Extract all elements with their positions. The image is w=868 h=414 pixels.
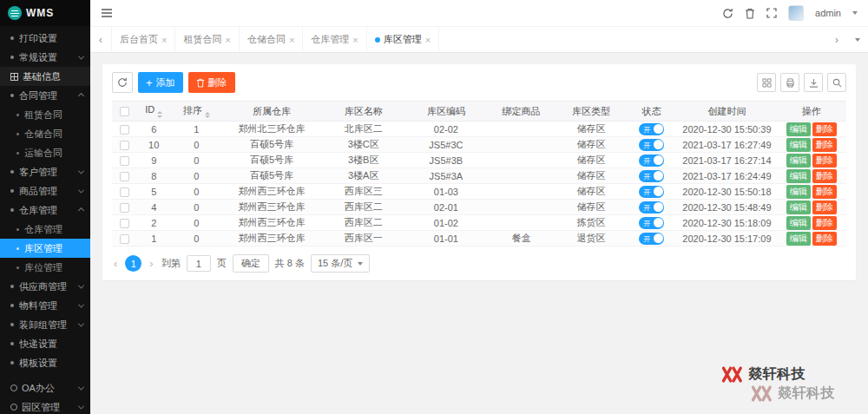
filter-columns-button[interactable] — [757, 73, 776, 92]
sidebar-item-loading-group-mgmt[interactable]: 装卸组管理 — [0, 315, 90, 334]
sidebar-item-template-settings[interactable]: 模板设置 — [0, 353, 90, 372]
tab-lease-contract[interactable]: 租赁合同× — [174, 27, 238, 52]
avatar[interactable] — [788, 5, 804, 21]
print-button[interactable] — [780, 73, 799, 92]
sidebar-item-general-settings[interactable]: 常规设置 — [0, 48, 90, 67]
sidebar-item-product-mgmt[interactable]: 商品管理 — [0, 181, 90, 200]
sidebar-item-oa-office[interactable]: OA办公 — [0, 378, 90, 398]
goto-page-input[interactable] — [187, 255, 211, 272]
cell-created-text: 2020-12-30 15:48:49 — [682, 202, 771, 213]
status-toggle[interactable]: 开 — [639, 201, 664, 214]
sort-asc-icon — [157, 111, 162, 114]
tabs-scroll-right-button[interactable]: › — [826, 27, 847, 52]
tab-close-icon[interactable]: × — [425, 35, 431, 45]
edit-button[interactable]: 编辑 — [786, 200, 811, 214]
row-checkbox[interactable] — [120, 156, 129, 166]
sidebar-item-warehouse-mgmt[interactable]: 仓库管理 — [0, 200, 90, 220]
sidebar-item-warehouse-area-mgmt[interactable]: 库区管理 — [0, 239, 90, 258]
tab-close-icon[interactable]: × — [289, 35, 294, 45]
tabs-scroll-left-button[interactable]: ‹ — [90, 27, 111, 52]
edit-button[interactable]: 编辑 — [786, 169, 811, 183]
export-button[interactable] — [804, 73, 823, 92]
status-toggle[interactable]: 开 — [639, 139, 664, 151]
row-checkbox[interactable] — [120, 219, 129, 228]
status-toggle[interactable]: 开 — [639, 186, 664, 198]
active-tab-dot — [375, 37, 380, 43]
supplier-mgmt-icon — [10, 285, 14, 288]
add-button[interactable]: + 添加 — [138, 72, 183, 93]
row-delete-button[interactable]: 删除 — [812, 138, 837, 152]
row-checkbox[interactable] — [120, 172, 129, 181]
row-select-cell — [112, 153, 137, 168]
fullscreen-icon[interactable] — [766, 8, 777, 18]
table-refresh-button[interactable] — [112, 72, 133, 93]
column-header-sort[interactable]: 排序 — [171, 102, 222, 122]
sidebar-item-print-settings[interactable]: 打印设置 — [0, 29, 90, 48]
row-delete-button[interactable]: 删除 — [812, 169, 837, 183]
status-toggle[interactable]: 开 — [639, 123, 664, 135]
sidebar-item-customer-mgmt[interactable]: 客户管理 — [0, 162, 90, 181]
edit-button[interactable]: 编辑 — [786, 216, 811, 230]
status-toggle[interactable]: 开 — [639, 154, 664, 167]
next-page-button[interactable]: › — [148, 257, 155, 270]
sidebar-item-storage-contract[interactable]: 仓储合同 — [0, 124, 90, 143]
current-page[interactable]: 1 — [125, 255, 141, 272]
status-toggle[interactable]: 开 — [639, 233, 664, 245]
page-size-select[interactable]: 15 条/页 — [311, 254, 370, 273]
tab-warehouse-area-mgmt[interactable]: 库区管理× — [366, 27, 439, 52]
status-toggle[interactable]: 开 — [639, 217, 664, 229]
row-delete-button[interactable]: 删除 — [812, 232, 837, 246]
sidebar-item-basic-info[interactable]: 基础信息 — [0, 67, 90, 86]
sidebar-item-supplier-mgmt[interactable]: 供应商管理 — [0, 277, 90, 296]
refresh-icon[interactable] — [722, 8, 733, 19]
sort-icon[interactable] — [157, 111, 162, 118]
edit-button[interactable]: 编辑 — [786, 154, 811, 168]
goto-confirm-button[interactable]: 确定 — [233, 254, 269, 273]
sidebar-item-warehouse-mgmt-sub[interactable]: 仓库管理 — [0, 220, 90, 239]
row-checkbox[interactable] — [120, 203, 129, 213]
delete-button[interactable]: 删除 — [188, 72, 235, 93]
sidebar-item-lease-contract[interactable]: 租赁合同 — [0, 105, 90, 124]
express-settings-icon — [10, 342, 14, 345]
edit-button[interactable]: 编辑 — [786, 138, 811, 152]
status-toggle[interactable]: 开 — [639, 170, 664, 182]
row-delete-button[interactable]: 删除 — [812, 200, 837, 214]
sidebar-item-label: 装卸组管理 — [19, 319, 67, 332]
tab-home[interactable]: 后台首页× — [111, 27, 174, 52]
edit-button[interactable]: 编辑 — [786, 185, 811, 199]
select-all-header — [112, 102, 137, 122]
tab-storage-contract[interactable]: 仓储合同× — [239, 27, 302, 52]
edit-button[interactable]: 编辑 — [786, 122, 811, 136]
sort-icon[interactable] — [205, 112, 210, 119]
tab-close-icon[interactable]: × — [352, 35, 358, 45]
cell-created-text: 2020-12-30 15:17:09 — [682, 233, 771, 244]
row-checkbox[interactable] — [120, 125, 129, 135]
sidebar-item-location-mgmt[interactable]: 库位管理 — [0, 258, 90, 277]
sidebar-item-material-mgmt[interactable]: 物料管理 — [0, 296, 90, 315]
tabs-menu-button[interactable] — [847, 27, 868, 52]
tab-close-icon[interactable]: × — [225, 35, 230, 45]
search-button[interactable] — [827, 73, 846, 92]
row-checkbox[interactable] — [120, 141, 129, 150]
menu-toggle-icon[interactable] — [101, 8, 113, 18]
row-checkbox[interactable] — [120, 187, 129, 197]
sidebar-item-park-mgmt[interactable]: 园区管理 — [0, 398, 90, 414]
tab-close-icon[interactable]: × — [161, 35, 167, 45]
sidebar-item-transport-contract[interactable]: 运输合同 — [0, 143, 90, 162]
sidebar-item-express-settings[interactable]: 快递设置 — [0, 334, 90, 353]
prev-page-button[interactable]: ‹ — [112, 257, 119, 270]
select-all-checkbox[interactable] — [120, 107, 129, 116]
row-delete-button[interactable]: 删除 — [812, 122, 837, 136]
edit-button[interactable]: 编辑 — [786, 232, 811, 246]
row-delete-button[interactable]: 删除 — [812, 216, 837, 230]
cell-sort: 0 — [171, 184, 222, 200]
sidebar-item-contract-mgmt[interactable]: 合同管理 — [0, 86, 90, 105]
app-logo[interactable]: WMS — [0, 0, 90, 26]
row-checkbox[interactable] — [120, 234, 129, 244]
column-header-id[interactable]: ID — [137, 102, 171, 122]
tab-warehouse-mgmt[interactable]: 仓库管理× — [302, 27, 365, 52]
username[interactable]: admin — [815, 8, 841, 18]
row-delete-button[interactable]: 删除 — [812, 154, 837, 168]
row-delete-button[interactable]: 删除 — [812, 185, 837, 199]
clear-cache-trash-icon[interactable] — [745, 8, 755, 19]
